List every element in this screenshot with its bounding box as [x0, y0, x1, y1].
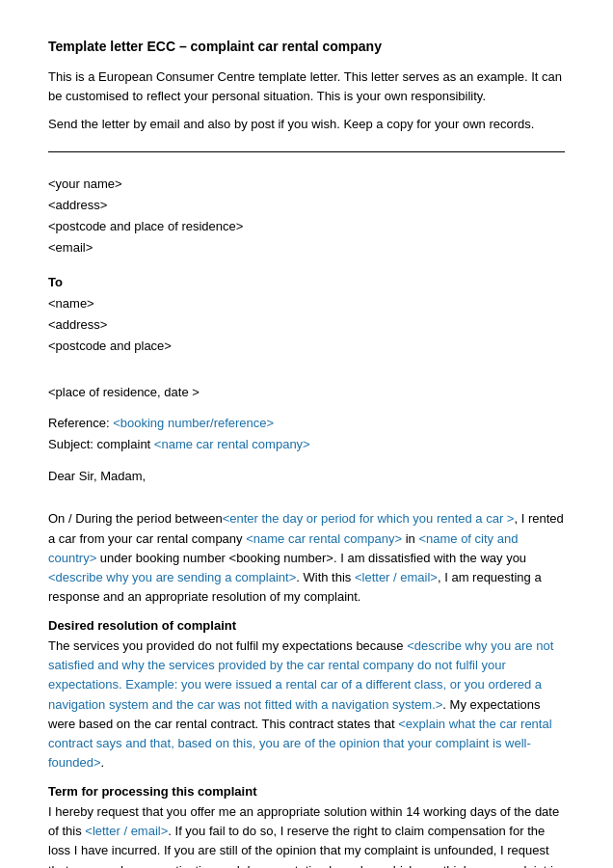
body1-mid3: under booking number <booking number>. I…: [96, 551, 526, 565]
subject-value: <name car rental company>: [154, 437, 310, 451]
body1-mid2: in: [402, 531, 418, 546]
intro-paragraph-1: This is a European Consumer Centre templ…: [48, 68, 565, 105]
date-block: <place of residence, date >: [48, 370, 565, 399]
page-title: Template letter ECC – complaint car rent…: [48, 39, 565, 54]
subject-line: Subject: complaint <name car rental comp…: [48, 434, 565, 455]
body1-start: On / During the period between: [48, 511, 223, 526]
body1-blue1: <enter the day or period for which you r…: [223, 511, 515, 526]
sender-postcode: <postcode and place of residence>: [48, 216, 565, 237]
body1-mid4: . With this: [296, 570, 355, 584]
reference-line: Reference: <booking number/reference>: [48, 413, 565, 434]
section2-title: Term for processing this complaint: [48, 784, 565, 799]
section1-title: Desired resolution of complaint: [48, 618, 565, 633]
sender-address: <address>: [48, 195, 565, 216]
recipient-block: To <name> <address> <postcode and place>: [48, 272, 565, 357]
sender-email: <email>: [48, 237, 565, 258]
reference-label: Reference:: [48, 416, 113, 430]
section2-blue1: <letter / email>: [85, 824, 168, 838]
subject-label: Subject: complaint: [48, 437, 154, 451]
recipient-postcode: <postcode and place>: [48, 336, 565, 357]
section1-paragraph: The services you provided do not fulfil …: [48, 637, 565, 773]
intro-paragraph-2: Send the letter by email and also by pos…: [48, 115, 565, 134]
section2-paragraph: I hereby request that you offer me an ap…: [48, 802, 565, 868]
to-label: To: [48, 272, 565, 293]
body1-blue2: <name car rental company>: [246, 531, 402, 546]
body1-blue5: <letter / email>: [355, 570, 438, 584]
section1-start: The services you provided do not fulfil …: [48, 638, 407, 653]
recipient-address: <address>: [48, 314, 565, 336]
sender-block: <your name> <address> <postcode and plac…: [48, 174, 565, 258]
reference-block: Reference: <booking number/reference> Su…: [48, 413, 565, 455]
divider: [48, 151, 565, 152]
sender-name: <your name>: [48, 174, 565, 195]
body-paragraph-1: On / During the period between<enter the…: [48, 509, 565, 607]
reference-value: <booking number/reference>: [113, 416, 274, 430]
greeting: Dear Sir, Madam,: [48, 469, 565, 483]
body1-blue4: <describe why you are sending a complain…: [48, 570, 296, 584]
section1-end2: .: [101, 755, 105, 770]
recipient-name: <name>: [48, 293, 565, 314]
date-text: <place of residence, date >: [48, 385, 200, 399]
